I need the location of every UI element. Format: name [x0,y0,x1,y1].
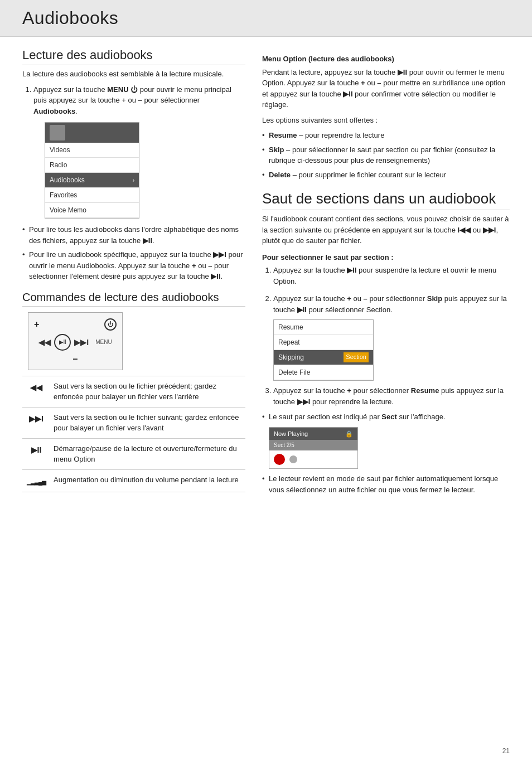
section4-body: Si l'audiobook courant contient des sect… [262,214,510,246]
now-playing-content [269,450,357,468]
skip-step1: Appuyez sur la touche ▶II pour suspendre… [273,265,510,287]
steps-list: Appuyez sur la touche MENU ⏻ pour ouvrir… [22,84,245,219]
playpause-symbol: ▶II [22,438,50,469]
control-row-prev: ◀◀ Saut vers la section ou le fichier pr… [22,376,245,407]
menu-icon [50,125,65,140]
prev-symbol: ◀◀ [22,376,50,407]
prev-button: ◀◀ [38,338,51,347]
player-mockup: + ⏻ ◀◀ ▶II ▶▶I MENU – [28,312,123,370]
step1: Appuyez sur la touche MENU ⏻ pour ouvrir… [33,84,245,219]
opt-deletefile: Delete File [274,365,373,380]
bullet-alphabetical: Pour lire tous les audiobooks dans l'ord… [22,224,245,246]
control-row-next: ▶▶I Saut vers la section ou le fichier s… [22,407,245,438]
power-button: ⏻ [104,318,117,331]
sect-label: Sect 2/5 [269,440,357,450]
right-column: Menu Option (lecture des audiobooks) Pen… [262,48,510,500]
option-menu-mockup: Resume Repeat Skipping Section Delete Fi… [273,319,374,381]
minus-icon: – [73,354,78,364]
menu-label: MENU [95,339,112,345]
controls-table: ◀◀ Saut vers la section ou le fichier pr… [22,376,245,492]
player-controls: ◀◀ ▶II ▶▶I MENU [38,334,112,351]
playing-indicator-gray [289,455,297,463]
control-row-playpause: ▶II Démarrage/pause de la lecture et ouv… [22,438,245,469]
menu-item-radio: Radio [45,158,139,173]
bullet-sect-display: Le saut par section est indiqué par Sect… [262,411,510,469]
section3-body1: Pendant la lecture, appuyez sur la touch… [262,67,510,110]
opt-skipping: Skipping Section [274,350,373,365]
section4-title: Saut de sections dans un audiobook [262,190,510,210]
option-delete: Delete – pour supprimer le fichier coura… [262,169,510,181]
lock-icon: 🔒 [345,429,353,439]
option-skip: Skip – pour sélectionner le saut par sec… [262,144,510,166]
page: Audiobooks Lecture des audiobooks La lec… [0,0,532,766]
player-top: + ⏻ [34,318,117,331]
playing-indicator-red [274,454,285,465]
audiobooks-bullets: Pour lire tous les audiobooks dans l'ord… [22,224,245,282]
plus-icon: + [34,319,39,329]
now-playing-label: Now Playing [274,429,308,439]
menu-item-voicememo: Voice Memo [45,203,139,218]
next-button: ▶▶I [74,338,89,347]
opt-repeat: Repeat [274,335,373,350]
section1-intro: La lecture des audiobooks est semblable … [22,69,245,80]
chevron-icon: › [133,176,134,185]
next-symbol: ▶▶I [22,407,50,438]
bullet-auto-reset: Le lecteur revient en mode de saut par f… [262,473,510,495]
section3-body2: Les options suivantes sont offertes : [262,115,510,126]
section3-title: Menu Option (lecture des audiobooks) [262,54,510,65]
menu-mockup: Videos Radio Audiobooks › Favorites [45,122,139,219]
section1-title: Lecture des audiobooks [22,48,245,65]
prev-desc: Saut vers la section ou le fichier précé… [50,376,245,407]
skip-step3: Appuyez sur la touche + pour sélectionne… [273,385,510,407]
section-badge: Section [344,352,369,362]
skip-step2: Appuyez sur la touche + ou – pour sélect… [273,293,510,381]
page-title: Audiobooks [22,8,510,28]
next-desc: Saut vers la section ou le fichier suiva… [50,407,245,438]
option-resume: Resume – pour reprendre la lecture [262,130,510,141]
now-playing-mockup: Now Playing 🔒 Sect 2/5 [269,427,358,469]
control-row-volume: ▁▂▃▄▅ Augmentation ou diminution du volu… [22,469,245,492]
subsection-title: Pour sélectionner le saut par section : [262,252,510,263]
bullet-specific: Pour lire un audiobook spécifique, appuy… [22,249,245,282]
skip-steps: Appuyez sur la touche ▶II pour suspendre… [262,265,510,407]
volume-symbol: ▁▂▃▄▅ [22,469,50,492]
play-pause-icon: ▶II [59,339,67,345]
menu-header [45,123,139,143]
two-column-layout: Lecture des audiobooks La lecture des au… [22,48,510,500]
center-button: ▶II [54,334,71,351]
menu-item-audiobooks: Audiobooks › [45,173,139,188]
skip-bullets: Le saut par section est indiqué par Sect… [262,411,510,495]
volume-desc: Augmentation ou diminution du volume pen… [50,469,245,492]
menu-item-videos: Videos [45,143,139,158]
page-header: Audiobooks [0,0,532,37]
step1-text: Appuyez sur la touche MENU ⏻ pour ouvrir… [33,85,231,115]
menu-item-favorites: Favorites [45,188,139,203]
page-number: 21 [502,747,510,755]
left-column: Lecture des audiobooks La lecture des au… [22,48,245,500]
section2-title: Commandes de lecture des audiobooks [22,291,245,307]
opt-resume: Resume [274,320,373,335]
playpause-desc: Démarrage/pause de la lecture et ouvertu… [50,438,245,469]
now-playing-header: Now Playing 🔒 [269,428,357,440]
options-list: Resume – pour reprendre la lecture Skip … [262,130,510,180]
